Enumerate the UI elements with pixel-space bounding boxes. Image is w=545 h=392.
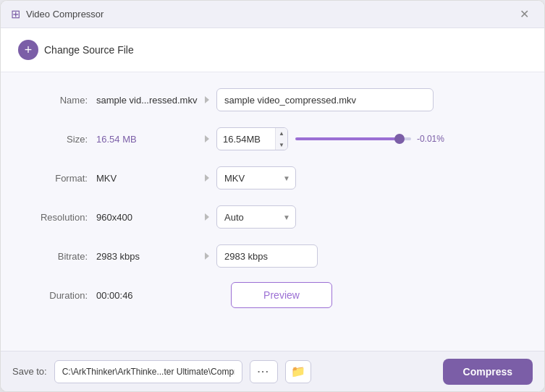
name-row: Name: sample vid...ressed.mkv <box>22 87 523 113</box>
open-folder-button[interactable]: 📁 <box>285 360 311 383</box>
save-path-input[interactable] <box>54 360 242 383</box>
arrow-icon-size <box>205 135 209 142</box>
main-content: Name: sample vid...ressed.mkv Size: 16.5… <box>1 72 544 351</box>
resolution-select-wrap: Auto 1920x1080 1280x720 960x400 640x360 … <box>216 205 296 229</box>
bitrate-row: Bitrate: 2983 kbps <box>22 243 523 269</box>
resolution-select[interactable]: Auto 1920x1080 1280x720 960x400 640x360 <box>216 205 296 229</box>
app-window: ⊞ Video Compressor ✕ + Change Source Fil… <box>0 0 545 392</box>
duration-label: Duration: <box>22 290 88 301</box>
bitrate-output-input[interactable] <box>216 244 318 268</box>
size-input[interactable] <box>217 134 275 145</box>
browse-dots-button[interactable]: ··· <box>250 360 278 383</box>
bitrate-label: Bitrate: <box>22 251 88 262</box>
footer: Save to: ··· 📁 Compress <box>1 351 544 391</box>
change-source-button[interactable]: + Change Source File <box>15 38 137 61</box>
arrow-icon-bitrate <box>205 252 209 260</box>
name-label: Name: <box>22 95 88 106</box>
size-spinbox: ▲ ▼ <box>216 127 288 150</box>
name-source-value: sample vid...ressed.mkv <box>96 95 198 106</box>
window-title: Video Compressor <box>26 9 103 20</box>
size-slider-wrap: -0.01% <box>295 134 523 144</box>
title-bar: ⊞ Video Compressor ✕ <box>1 1 544 28</box>
bitrate-output-area <box>216 244 523 268</box>
toolbar: + Change Source File <box>1 28 544 72</box>
spin-up-button[interactable]: ▲ <box>276 127 287 139</box>
name-output-area <box>216 88 523 111</box>
duration-row: Duration: 00:00:46 Preview <box>22 282 523 308</box>
arrow-icon-resolution <box>205 213 209 221</box>
resolution-source-value: 960x400 <box>96 212 198 223</box>
format-row: Format: MKV MKV MP4 AVI MOV WMV ▼ <box>22 165 523 191</box>
save-to-label: Save to: <box>12 366 47 377</box>
change-source-label: Change Source File <box>44 44 134 56</box>
arrow-icon-name <box>205 96 209 103</box>
resolution-row: Resolution: 960x400 Auto 1920x1080 1280x… <box>22 204 523 230</box>
format-select-wrap: MKV MP4 AVI MOV WMV ▼ <box>216 166 296 189</box>
duration-source-value: 00:00:46 <box>96 290 198 301</box>
size-slider[interactable] <box>295 137 411 140</box>
title-bar-left: ⊞ Video Compressor <box>11 7 103 21</box>
size-source-value: 16.54 MB <box>96 134 198 145</box>
duration-output-area: Preview <box>231 282 523 308</box>
format-source-value: MKV <box>96 173 198 184</box>
preview-button[interactable]: Preview <box>231 282 332 308</box>
size-output-area: ▲ ▼ -0.01% <box>216 127 523 150</box>
close-button[interactable]: ✕ <box>514 4 534 25</box>
name-output-input[interactable] <box>216 88 434 111</box>
folder-icon: 📁 <box>291 365 305 378</box>
arrow-icon-format <box>205 174 209 182</box>
format-select[interactable]: MKV MP4 AVI MOV WMV <box>216 166 296 189</box>
compress-button[interactable]: Compress <box>443 359 533 385</box>
resolution-label: Resolution: <box>22 212 88 223</box>
spin-buttons: ▲ ▼ <box>275 127 287 150</box>
size-row: Size: 16.54 MB ▲ ▼ -0.01% <box>22 126 523 152</box>
size-label: Size: <box>22 134 88 145</box>
resolution-output-area: Auto 1920x1080 1280x720 960x400 640x360 … <box>216 205 523 229</box>
spin-down-button[interactable]: ▼ <box>276 139 287 150</box>
size-percent-label: -0.01% <box>417 134 444 144</box>
format-output-area: MKV MP4 AVI MOV WMV ▼ <box>216 166 523 189</box>
plus-icon: + <box>18 40 38 60</box>
app-icon: ⊞ <box>11 7 20 21</box>
format-label: Format: <box>22 173 88 184</box>
bitrate-source-value: 2983 kbps <box>96 251 198 262</box>
